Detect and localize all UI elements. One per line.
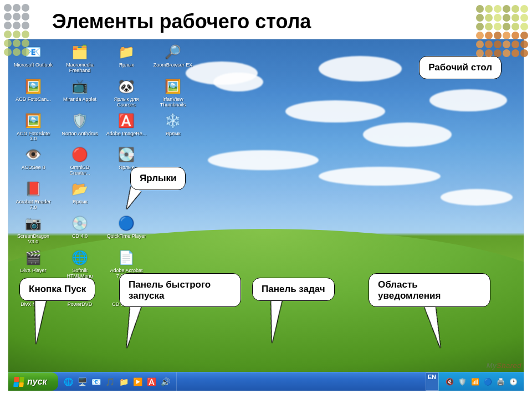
desktop-icon[interactable]: 📷ScreenDragon V3.0	[12, 214, 55, 245]
taskbar: пуск 🌐🖥️📧🎵📁▶️🅰️🔊 EN 🔇🛡️📶🔵🖨️🕑	[8, 372, 524, 391]
start-button[interactable]: пуск	[8, 372, 58, 391]
app-icon: 🌐	[70, 248, 89, 267]
cloud	[285, 100, 385, 122]
app-icon: 💿	[70, 214, 89, 233]
icon-label: ScreenDragon V3.0	[13, 234, 54, 245]
desktop-icon[interactable]: 👁️ACDSee 8	[12, 145, 55, 176]
app-icon: 📁	[117, 43, 136, 62]
desktop-icon[interactable]: 📺Miranda Applet	[58, 77, 101, 108]
desktop-icon[interactable]: 🔵QuickTime Player	[105, 214, 148, 245]
icon-label: Acrobat Reader 7.0	[13, 200, 54, 211]
icon-label: DivX Player	[20, 268, 46, 274]
language-indicator[interactable]: EN	[426, 372, 438, 391]
icon-label: Miranda Applet	[63, 97, 96, 103]
quick-launch-item[interactable]: ▶️	[132, 376, 144, 388]
tray-icon[interactable]: 🖨️	[495, 377, 505, 387]
desktop-icon[interactable]: 💿CD 4.0	[58, 214, 101, 245]
app-icon: 🔴	[70, 145, 89, 164]
icon-label: QuickTime Player	[107, 234, 146, 239]
windows-logo-icon	[13, 377, 24, 387]
icon-label: Norton AntiVirus	[62, 131, 98, 137]
tray-icon[interactable]: 🔵	[483, 377, 493, 387]
app-icon: 🛡️	[70, 111, 89, 130]
deco-dots-left	[3, 3, 30, 57]
app-icon: 🅰️	[117, 111, 136, 130]
callout-quick-launch: Панель быстрого запуска	[119, 273, 241, 307]
icon-label: CD 4.0	[72, 234, 88, 239]
quick-launch-item[interactable]: 🖥️	[76, 376, 89, 388]
desktop-icon[interactable]: 📁Ярлык	[105, 43, 148, 74]
quick-launch-bar: 🌐🖥️📧🎵📁▶️🅰️🔊	[58, 372, 177, 391]
desktop-icon[interactable]: 🗂️Macromedia Freehand	[58, 43, 101, 74]
deco-dots-right	[475, 4, 529, 58]
cloud	[319, 167, 441, 186]
app-icon: 📕	[24, 180, 43, 198]
icon-label: Microsoft Outlook	[14, 63, 53, 68]
app-icon: 🔎	[163, 43, 182, 62]
icon-label: Ярлык	[119, 63, 134, 68]
desktop-icon[interactable]: 🖼️ACD FotoSlate 3.0	[12, 111, 55, 142]
app-icon: 🐼	[117, 77, 136, 96]
icon-label: Ярлык для Courses	[106, 97, 147, 108]
quick-launch-item[interactable]: 📁	[118, 376, 130, 388]
quick-launch-item[interactable]: 🎵	[104, 376, 116, 388]
desktop-icon[interactable]: 🖼️ACD FotoCan...	[12, 77, 55, 108]
desktop-icon[interactable]: 📂Ярлык	[58, 180, 101, 211]
tray-icon[interactable]: 🕑	[508, 377, 518, 387]
desktop-icon[interactable]: 🖼️IrfanView Thumbnails	[151, 77, 195, 108]
icon-label: ACD FotoSlate 3.0	[13, 131, 54, 142]
icon-label: ACDSee 8	[22, 165, 45, 171]
icon-label: OmniCD Creator...	[59, 165, 100, 176]
callout-shortcuts: Ярлыки	[130, 167, 186, 190]
desktop-icon[interactable]: 🎬DivX Player	[12, 248, 55, 279]
desktop-icon[interactable]: ❄️Ярлык	[151, 111, 195, 142]
callout-desktop: Рабочий стол	[419, 56, 502, 79]
app-icon: 🖼️	[163, 77, 182, 96]
desktop-icon[interactable]: 📕Acrobat Reader 7.0	[12, 180, 55, 211]
app-icon: 🖼️	[24, 77, 43, 96]
callout-start-button: Кнопка Пуск	[19, 278, 95, 301]
icon-label: Adobe ImageRe...	[106, 131, 147, 137]
watermark-suffix: Shared	[497, 361, 521, 370]
callout-taskbar: Панель задач	[252, 278, 335, 301]
desktop-icon[interactable]: 🅰️Adobe ImageRe...	[105, 111, 148, 142]
app-icon: 🎬	[24, 248, 43, 267]
app-icon: ❄️	[163, 111, 182, 130]
notification-area: 🔇🛡️📶🔵🖨️🕑	[438, 372, 524, 391]
quick-launch-item[interactable]: 🌐	[63, 376, 75, 388]
desktop-icon[interactable]: 🌐Softnik HTMLMenu	[58, 248, 101, 279]
desktop-icon[interactable]: 🔴OmniCD Creator...	[58, 145, 101, 176]
app-icon: 📺	[70, 77, 89, 96]
app-icon: 📂	[70, 180, 89, 198]
desktop-icon[interactable]: 🛡️Norton AntiVirus	[58, 111, 101, 142]
icon-label: ZoomBrowser EX	[154, 63, 193, 68]
icon-label: PowerDVD	[68, 302, 93, 308]
app-icon: 📄	[117, 248, 136, 267]
page-title: Элементы рабочего стола	[52, 10, 311, 33]
cloud	[208, 150, 319, 170]
tray-icon[interactable]: 🔇	[444, 377, 454, 387]
quick-launch-item[interactable]: 🔊	[160, 376, 172, 388]
cloud	[363, 122, 452, 147]
tray-icon[interactable]: 🛡️	[457, 377, 467, 387]
start-button-label: пуск	[27, 377, 47, 387]
desktop-icon[interactable]: 🔎ZoomBrowser EX	[151, 43, 195, 74]
cloud	[441, 189, 513, 206]
cloud	[213, 73, 263, 91]
cloud	[429, 89, 507, 111]
quick-launch-item[interactable]: 📧	[90, 376, 103, 388]
icon-label: ACD FotoCan...	[16, 97, 51, 103]
tray-icon[interactable]: 📶	[470, 377, 480, 387]
app-icon: 🔵	[117, 214, 136, 233]
desktop-icon[interactable]: 🐼Ярлык для Courses	[105, 77, 148, 108]
quick-launch-item[interactable]: 🅰️	[146, 376, 158, 388]
icon-label: Macromedia Freehand	[59, 63, 100, 74]
desktop-screenshot: 📧Microsoft Outlook🗂️Macromedia Freehand📁…	[8, 39, 524, 391]
app-icon: 💽	[117, 145, 136, 164]
icon-label: Ярлык	[73, 200, 88, 205]
taskbar-spacer[interactable]	[177, 372, 426, 391]
cloud	[319, 56, 402, 81]
watermark: MyShared	[487, 361, 521, 370]
app-icon: 👁️	[24, 145, 43, 164]
app-icon: 📷	[24, 214, 43, 233]
